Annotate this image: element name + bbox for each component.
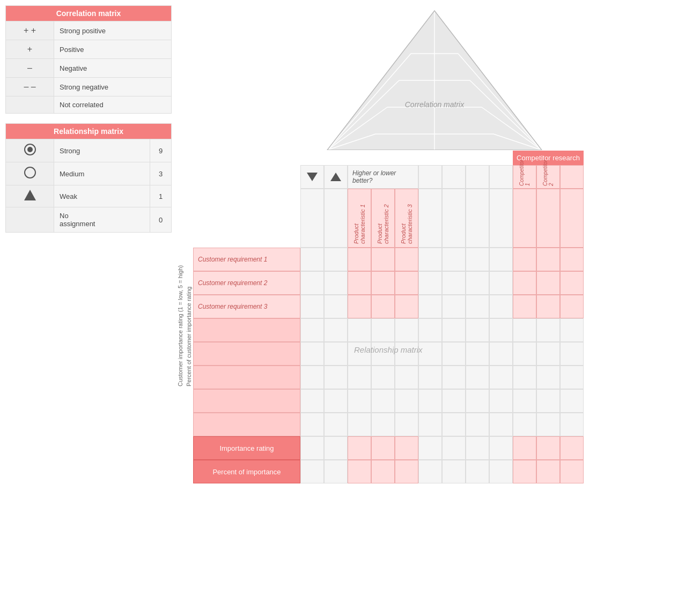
roof-svg: Correlation matrix <box>316 5 552 150</box>
main-matrix-wrapper: Customer importance rating (1 = low, 5 =… <box>177 151 695 483</box>
strong-positive-label: Strong positive <box>54 21 172 40</box>
legend-row-no-assignment: Noassignment 0 <box>6 207 172 233</box>
medium-value: 3 <box>150 162 172 185</box>
no-assignment-label: Noassignment <box>54 207 150 233</box>
arrow-up-icon <box>330 173 341 181</box>
legend-area: Correlation matrix + + Strong positive +… <box>5 5 172 242</box>
correlation-legend-header: Correlation matrix <box>6 6 172 21</box>
correlation-legend-table: Correlation matrix + + Strong positive +… <box>5 5 172 114</box>
strong-symbol <box>6 139 54 162</box>
positive-label: Positive <box>54 40 172 59</box>
legend-row-strong-negative: – – Strong negative <box>6 78 172 96</box>
competitor1-header: Competitor 1 <box>519 160 530 186</box>
importance-rating-row: Importance rating <box>193 436 584 460</box>
product-char-2: Product characteristic 2 <box>377 189 389 244</box>
no-assignment-symbol <box>6 207 54 233</box>
matrix-table: Higher or lower better? Competitor resea… <box>193 151 584 483</box>
relationship-legend-header: Relationship matrix <box>6 124 172 139</box>
vertical-label-rating: Customer importance rating (1 = low, 5 =… <box>177 199 183 386</box>
col-headers-row: Product characteristic 1 Product charact… <box>193 189 584 248</box>
req-row-6 <box>193 366 584 389</box>
strong-value: 9 <box>150 139 172 162</box>
vertical-label-percent: Percent of customer importance rating <box>186 199 192 386</box>
legend-row-negative: – Negative <box>6 59 172 78</box>
vertical-labels: Customer importance rating (1 = low, 5 =… <box>177 151 192 386</box>
strong-negative-label: Strong negative <box>54 78 172 96</box>
req-label-2: Customer requirement 2 <box>193 271 300 295</box>
weak-symbol <box>6 185 54 207</box>
legend-row-positive: + Positive <box>6 40 172 59</box>
strong-negative-symbol: – – <box>6 78 54 96</box>
arrow-down-icon <box>307 173 318 181</box>
product-char-3: Product characteristic 3 <box>400 189 413 244</box>
req-row-8 <box>193 413 584 436</box>
svg-text:Correlation matrix: Correlation matrix <box>405 100 465 109</box>
req-row-3: Customer requirement 3 <box>193 295 584 318</box>
competitor2-header: Competitor 2 <box>542 160 554 186</box>
better-row: Higher or lower better? Competitor resea… <box>193 151 584 189</box>
req-row-2: Customer requirement 2 <box>193 271 584 295</box>
req-row-4 <box>193 318 584 342</box>
positive-symbol: + <box>6 40 54 59</box>
legend-row-strong: Strong 9 <box>6 139 172 162</box>
weak-label: Weak <box>54 185 150 207</box>
legend-row-medium: Medium 3 <box>6 162 172 185</box>
no-assignment-value: 0 <box>150 207 172 233</box>
req-label-3: Customer requirement 3 <box>193 295 300 318</box>
negative-symbol: – <box>6 59 54 78</box>
negative-label: Negative <box>54 59 172 78</box>
percent-importance-row: Percent of importance <box>193 460 584 483</box>
qfd-diagram: Correlation matrix Customer importance r… <box>177 5 695 483</box>
legend-row-strong-positive: + + Strong positive <box>6 21 172 40</box>
req-label-1: Customer requirement 1 <box>193 248 300 271</box>
legend-row-not-correlated: Not correlated <box>6 96 172 114</box>
product-char-1: Product characteristic 1 <box>353 189 366 244</box>
req-row-5 <box>193 342 584 366</box>
relationship-legend-title: Relationship matrix <box>6 124 172 139</box>
medium-label: Medium <box>54 162 150 185</box>
strong-label: Strong <box>54 139 150 162</box>
not-correlated-label: Not correlated <box>54 96 172 114</box>
legend-row-weak: Weak 1 <box>6 185 172 207</box>
strong-positive-symbol: + + <box>6 21 54 40</box>
higher-lower-label: Higher or lower better? <box>348 165 418 189</box>
req-row-7 <box>193 389 584 413</box>
remaining-rows: Relationship matrix <box>193 318 584 436</box>
relationship-legend-table: Relationship matrix Strong 9 Medium 3 We… <box>5 123 172 233</box>
not-correlated-symbol <box>6 96 54 114</box>
weak-value: 1 <box>150 185 172 207</box>
importance-rating-label: Importance rating <box>193 436 300 460</box>
percent-importance-label: Percent of importance <box>193 460 300 483</box>
req-row-1: Customer requirement 1 <box>193 248 584 271</box>
medium-symbol <box>6 162 54 185</box>
correlation-legend-title: Correlation matrix <box>6 6 172 21</box>
